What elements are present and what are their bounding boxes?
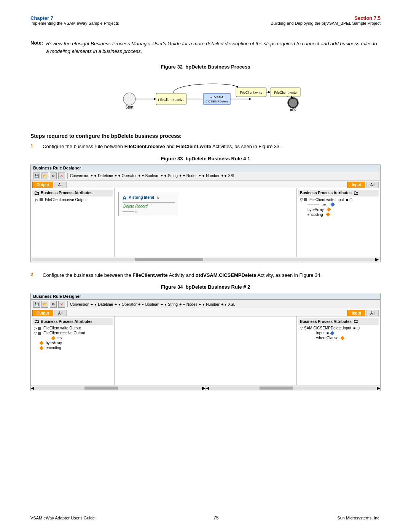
svg-point-15 <box>289 99 297 107</box>
brd2-toolbar-icon-save[interactable]: 💾 <box>33 301 40 308</box>
brd2-toolbar-number[interactable]: Number ✦ ▾ <box>206 302 226 307</box>
scroll-right-btn[interactable]: ▶ <box>375 257 379 262</box>
scroll-right-btn-l[interactable]: ▶ <box>202 385 206 391</box>
brd1-right-header-text: Business Process Attributes <box>300 191 352 195</box>
brd2-fc-receive: ▽ FileClient.receive.Output <box>32 331 113 335</box>
note-block: Note: Review the eInsight Business Proce… <box>30 40 381 55</box>
figure32-container: Start FileClient.receive otdVSAM. CICSEM… <box>30 74 381 124</box>
brd2-text-label: text <box>57 336 64 340</box>
brd2-encoding-label: encoding <box>46 346 61 350</box>
brd1-center-panel: A A string literal ∧ 'Delete Record...' … <box>115 188 296 257</box>
brd2-toolbar-nodes[interactable]: Nodes ✦ ▾ <box>186 302 204 307</box>
brd1-right-panel: Business Process Attributes 🗂 ▽ FileClie… <box>296 188 380 257</box>
brd2-all-tab[interactable]: All <box>54 310 67 316</box>
page-footer: VSAM eWay Adapter User's Guide 75 Sun Mi… <box>0 515 411 521</box>
toolbar-datetime[interactable]: Datetime ✦ ▾ <box>98 174 120 178</box>
brd2-toolbar-icon-open[interactable]: 📂 <box>41 301 48 308</box>
scroll-thumb-r[interactable] <box>260 387 293 390</box>
scroll-thumb-l[interactable] <box>84 387 118 390</box>
header-left: Chapter 7 Implementing the VSAM eWay Sam… <box>30 15 119 26</box>
brd1-scrollbar[interactable]: ▶ <box>31 257 380 262</box>
brd1-left-header-text: Business Process Attributes <box>41 191 92 195</box>
brd1-right-bytearray: byteArray <box>298 207 379 212</box>
brd2-input-tab[interactable]: Input <box>347 310 365 316</box>
brd2-right-header-text: Business Process Attributes <box>300 320 352 324</box>
brd1-title: Business Rule Designer <box>31 165 380 171</box>
brd2-right-item-text: SAM.CICSEMPDelete.Input <box>304 326 351 330</box>
scroll-left-btn-l[interactable]: ◀ <box>31 385 34 391</box>
chapter-sub: Implementing the VSAM eWay Sample Projec… <box>30 21 119 26</box>
brd1-all-tab[interactable]: All <box>54 182 67 188</box>
brd2-toolbar-operator[interactable]: Operator ✦ ▾ <box>122 302 144 307</box>
brd1-container: Business Rule Designer 💾 📂 ⚙ ✕ Conversio… <box>30 165 381 262</box>
section-label: Section 7.5 <box>354 15 381 21</box>
step-1-text: Configure the business rule between File… <box>43 143 281 150</box>
brd2-toolbar-boolean[interactable]: Boolean ✦ ▾ <box>145 302 166 307</box>
figure34-title: Figure 34 bpDelete Business Rule # 2 <box>30 284 381 290</box>
brd1-left-panel: 🗂 Business Process Attributes ▷ FileClie… <box>31 188 115 257</box>
brd1-toolbar: 💾 📂 ⚙ ✕ Conversion ✦ ▾ Datetime ✦ ▾ Oper… <box>31 171 380 181</box>
toolbar-operator[interactable]: Operator ✦ ▾ <box>122 174 144 178</box>
brd1-scroll-thumb[interactable] <box>135 258 204 261</box>
brd2-left-header: 🗂 Business Process Attributes <box>32 318 113 325</box>
literal-value: 'Delete Record...' <box>123 204 175 208</box>
brd1-right-fc-write: ▽ FileClient.write.Input ■ ⬡ <box>298 197 379 202</box>
brd1-scroll-track[interactable] <box>32 258 374 261</box>
brd1-output-tab[interactable]: Output <box>32 182 53 188</box>
brd2-toolbar-icon-delete[interactable]: ✕ <box>58 301 65 308</box>
toolbar-boolean[interactable]: Boolean ✦ ▾ <box>145 174 166 178</box>
brd2-toolbar-xsl[interactable]: XSL <box>228 302 235 307</box>
toolbar-string[interactable]: String ✦ ▾ <box>168 174 185 178</box>
toolbar-icon-open[interactable]: 📂 <box>41 173 48 179</box>
toolbar-icon-settings[interactable]: ⚙ <box>50 173 57 179</box>
brd1-left-header: 🗂 Business Process Attributes <box>32 190 113 197</box>
brd1-input-tab[interactable]: Input <box>347 182 365 188</box>
chapter-label: Chapter 7 <box>30 15 119 21</box>
brd2-whereclause-label: whereClause <box>316 336 338 340</box>
toolbar-conversion[interactable]: Conversion ✦ ▾ <box>70 174 96 178</box>
brd2-toolbar-conversion[interactable]: Conversion ✦ ▾ <box>70 302 96 307</box>
toolbar-xsl[interactable]: XSL <box>228 174 235 178</box>
toolbar-sep-1 <box>67 173 68 179</box>
expand-l2: ▽ <box>34 331 37 335</box>
brd2-right-header: Business Process Attributes 🗂 <box>298 318 379 325</box>
toolbar-number[interactable]: Number ✦ ▾ <box>206 174 226 178</box>
brd2-right-whereclause: whereClause <box>298 335 379 340</box>
brd2-bytearray-label: byteArray <box>46 341 62 345</box>
toolbar-icon-delete[interactable]: ✕ <box>58 173 65 179</box>
brd2-left-panel: 🗂 Business Process Attributes ▷ FileClie… <box>31 316 115 385</box>
brd2-toolbar-string[interactable]: String ✦ ▾ <box>168 302 185 307</box>
svg-text:CICSEMPDelete: CICSEMPDelete <box>206 100 228 103</box>
brd2-right-input: input ■ <box>298 331 379 335</box>
scroll-left-btn-r[interactable]: ◀ <box>206 385 209 391</box>
main-content: Note: Review the eInsight Business Proce… <box>0 29 411 406</box>
figure32-label: Figure 32 <box>161 64 183 70</box>
toolbar-icon-save[interactable]: 💾 <box>33 173 40 179</box>
brd2-left-bytearray: byteArray <box>32 340 113 345</box>
brd1-bytearray-label: byteArray <box>307 208 324 212</box>
brd2-scroll-left[interactable]: ◀ ▶ <box>31 385 206 391</box>
toolbar-nodes[interactable]: Nodes ✦ ▾ <box>186 174 204 178</box>
brd1-right-text: text <box>298 202 379 207</box>
brd1-right-item: FileClient.write.Input <box>309 198 344 202</box>
scroll-right-btn-r[interactable]: ▶ <box>377 385 380 391</box>
brd2-toolbar-icon-settings[interactable]: ⚙ <box>50 301 57 308</box>
brd1-right-encoding: encoding <box>298 212 379 217</box>
svg-text:End: End <box>290 107 296 112</box>
brd2-all-right-tab[interactable]: All <box>366 310 379 316</box>
brd2-toolbar-sep <box>67 301 68 307</box>
figure33-title: Figure 33 bpDelete Business Rule # 1 <box>30 156 381 161</box>
brd1-right-header: Business Process Attributes 🗂 <box>298 190 379 197</box>
brd2-right-panel: Business Process Attributes 🗂 ▽ SAM.CICS… <box>296 316 380 385</box>
brd2-toolbar-datetime[interactable]: Datetime ✦ ▾ <box>98 302 120 307</box>
brd1-all-right-tab[interactable]: All <box>366 182 379 188</box>
footer-right: Sun Microsystems, Inc. <box>337 516 381 520</box>
steps-heading: Steps required to configure the bpDelete… <box>30 133 381 139</box>
brd2-left-text: text <box>32 335 113 340</box>
brd2-output-tab[interactable]: Output <box>32 310 53 316</box>
note-text: Review the eInsight Business Process Man… <box>46 40 381 55</box>
brd2-scroll-right[interactable]: ◀ ▶ <box>206 385 381 391</box>
step-2-text: Configure the business rule between the … <box>43 272 322 279</box>
expand-l1: ▷ <box>34 326 37 330</box>
brd1-panels: 🗂 Business Process Attributes ▷ FileClie… <box>31 188 380 257</box>
